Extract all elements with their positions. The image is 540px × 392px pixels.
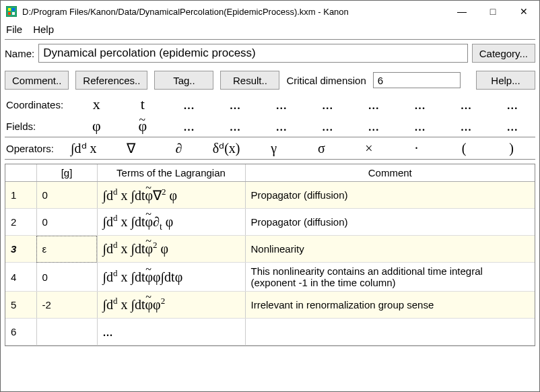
operator-cell-4[interactable]: γ	[250, 139, 298, 158]
row-term[interactable]: ∫dd x ∫dtφ∇2 φ	[97, 182, 245, 209]
field-cell-1[interactable]: φ	[120, 117, 166, 135]
minimize-button[interactable]: —	[446, 1, 477, 22]
table-row[interactable]: 3ε∫dd x ∫dtφ2 φNonlinearity	[5, 236, 535, 263]
operator-cell-5[interactable]: σ	[298, 139, 345, 158]
lagrangian-table: [g] Terms of the Lagrangian Comment 10∫d…	[5, 164, 535, 346]
references-button[interactable]: References..	[75, 71, 147, 90]
coordinate-cell-3[interactable]: ...	[212, 95, 259, 114]
svg-rect-4	[12, 12, 15, 15]
operator-cell-0[interactable]: ∫dᵈ x	[60, 139, 108, 158]
table-row[interactable]: 6...	[5, 319, 535, 346]
maximize-button[interactable]: □	[477, 1, 508, 22]
help-button[interactable]: Help...	[476, 71, 535, 90]
field-cell-0[interactable]: φ	[73, 117, 120, 135]
operator-cell-6[interactable]: ×	[345, 139, 393, 158]
tag-button[interactable]: Tag..	[154, 71, 213, 90]
menu-help[interactable]: Help	[33, 24, 54, 35]
svg-rect-2	[12, 8, 15, 11]
coordinate-cell-2[interactable]: ...	[166, 95, 212, 114]
row-g[interactable]	[36, 319, 97, 346]
table-row[interactable]: 40∫dd x ∫dtφφ∫dtφThis nonlinearity conta…	[5, 263, 535, 292]
row-g[interactable]: 0	[36, 209, 97, 236]
coordinates-label: Coordinates:	[6, 99, 73, 110]
svg-rect-0	[6, 6, 17, 17]
table-row[interactable]: 5-2∫dd x ∫dtφφ2Irrelevant in renormaliza…	[5, 292, 535, 319]
row-g[interactable]: ε	[36, 236, 97, 263]
svg-rect-1	[8, 8, 11, 11]
field-cell-3[interactable]: ...	[212, 117, 259, 135]
operator-cell-8[interactable]: (	[440, 139, 488, 158]
coordinates-row: Coordinates: xt........................	[1, 94, 539, 115]
coordinate-cell-6[interactable]: ...	[351, 95, 397, 114]
row-g[interactable]: -2	[36, 292, 97, 319]
row-comment[interactable]	[245, 319, 535, 346]
row-g[interactable]: 0	[36, 182, 97, 209]
coordinate-cell-9[interactable]: ...	[489, 95, 535, 114]
field-cell-4[interactable]: ...	[258, 117, 304, 135]
coordinate-cell-7[interactable]: ...	[397, 95, 443, 114]
row-term[interactable]: ∫dd x ∫dtφφ∫dtφ	[97, 263, 245, 292]
fields-label: Fields:	[6, 121, 73, 132]
field-cell-6[interactable]: ...	[351, 117, 397, 135]
table-row[interactable]: 10∫dd x ∫dtφ∇2 φPropagator (diffusion)	[5, 182, 535, 209]
coordinate-cell-8[interactable]: ...	[443, 95, 490, 114]
operators-row: Operators: ∫dᵈ x∇∂δᵈ(x)γσ×·()	[1, 137, 539, 159]
row-comment[interactable]: Nonlinearity	[245, 236, 535, 263]
operator-cell-2[interactable]: ∂	[155, 139, 203, 158]
name-row: Name: Category...	[1, 40, 539, 67]
field-cell-9[interactable]: ...	[489, 117, 535, 135]
field-cell-2[interactable]: ...	[166, 117, 212, 135]
name-input[interactable]	[38, 44, 468, 63]
row-g[interactable]: 0	[36, 263, 97, 292]
coordinate-cell-4[interactable]: ...	[258, 95, 304, 114]
col-header-terms[interactable]: Terms of the Lagrangian	[97, 164, 245, 182]
row-term[interactable]: ∫dd x ∫dtφ∂t φ	[97, 209, 245, 236]
row-index[interactable]: 1	[5, 182, 36, 209]
table-header-row: [g] Terms of the Lagrangian Comment	[5, 164, 535, 182]
operator-cell-1[interactable]: ∇	[108, 139, 156, 158]
row-index[interactable]: 3	[5, 236, 36, 263]
col-header-index[interactable]	[5, 164, 36, 182]
menu-file[interactable]: File	[6, 24, 22, 35]
row-term[interactable]: ...	[97, 319, 245, 346]
row-comment[interactable]: Propagator (diffusion)	[245, 209, 535, 236]
result-button[interactable]: Result..	[220, 71, 279, 90]
window-title: D:/Program Files/Kanon/Data/DynamicalPer…	[22, 7, 446, 17]
row-comment[interactable]: Propagator (diffusion)	[245, 182, 535, 209]
row-index[interactable]: 4	[5, 263, 36, 292]
row-index[interactable]: 5	[5, 292, 36, 319]
row-term[interactable]: ∫dd x ∫dtφφ2	[97, 292, 245, 319]
close-button[interactable]: ✕	[508, 1, 539, 22]
col-header-comment[interactable]: Comment	[245, 164, 535, 182]
operator-cell-3[interactable]: δᵈ(x)	[203, 139, 250, 158]
category-button[interactable]: Category...	[472, 44, 535, 63]
field-cell-8[interactable]: ...	[443, 117, 490, 135]
critical-dimension-input[interactable]	[373, 72, 461, 88]
table-row[interactable]: 20∫dd x ∫dtφ∂t φPropagator (diffusion)	[5, 209, 535, 236]
coordinate-cell-0[interactable]: x	[73, 95, 120, 114]
window-controls: — □ ✕	[446, 1, 539, 22]
fields-row: Fields: φφ........................	[1, 115, 539, 137]
toolbar-row: Comment.. References.. Tag.. Result.. Cr…	[1, 67, 539, 94]
operators-label: Operators:	[6, 143, 60, 154]
row-term[interactable]: ∫dd x ∫dtφ2 φ	[97, 236, 245, 263]
menubar: File Help	[1, 22, 539, 39]
row-comment[interactable]: This nonlinearity contains an additional…	[245, 263, 535, 292]
field-cell-5[interactable]: ...	[304, 117, 351, 135]
app-icon	[6, 6, 17, 17]
row-index[interactable]: 2	[5, 209, 36, 236]
comment-button[interactable]: Comment..	[5, 71, 69, 90]
coordinate-cell-5[interactable]: ...	[304, 95, 351, 114]
svg-rect-3	[8, 12, 11, 15]
operator-cell-7[interactable]: ·	[393, 139, 440, 158]
col-header-g[interactable]: [g]	[36, 164, 97, 182]
separator	[5, 159, 535, 160]
row-comment[interactable]: Irrelevant in renormalization group sens…	[245, 292, 535, 319]
operator-cell-9[interactable]: )	[487, 139, 535, 158]
critical-dimension-label: Critical dimension	[286, 75, 366, 86]
titlebar: D:/Program Files/Kanon/Data/DynamicalPer…	[1, 1, 539, 22]
row-index[interactable]: 6	[5, 319, 36, 346]
name-label: Name:	[5, 48, 34, 59]
field-cell-7[interactable]: ...	[397, 117, 443, 135]
